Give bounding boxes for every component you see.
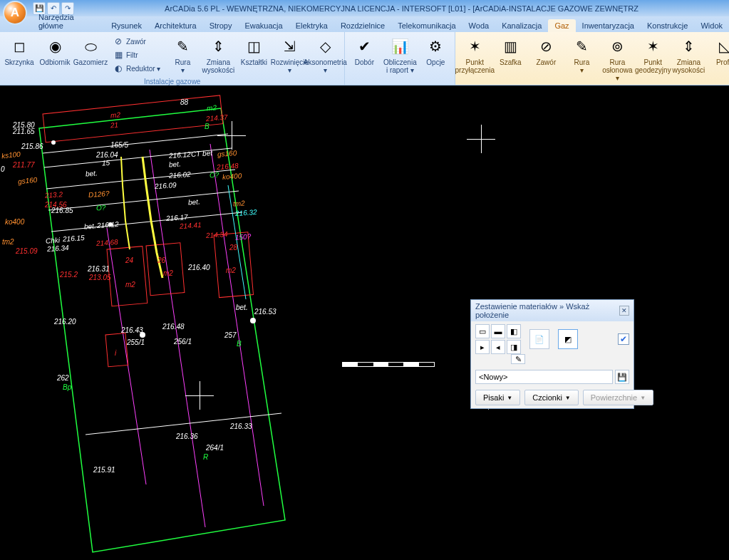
tool-icon[interactable]: ◩ [558,329,578,349]
ribbon-rozwinięcie--button[interactable]: ⇲Rozwinięcie▾ [272,33,306,76]
svg-line-6 [46,170,235,189]
tool-icon[interactable]: ◂ [491,340,505,354]
tab-woda[interactable]: Woda [462,19,496,32]
group-title [345,83,455,85]
tab-rozdzielnice[interactable]: Rozdzielnice [334,19,391,32]
ribbon-icon: ▥ [499,35,522,58]
tool-icon[interactable]: ✎ [511,354,525,364]
ribbon-reduktor--button[interactable]: ◐Reduktor ▾ [110,62,162,75]
ribbon-skrzynka-button[interactable]: ◻Skrzynka [2,33,36,68]
ribbon-icon: ◇ [314,35,336,58]
ribbon-icon: ◻ [8,35,31,58]
tool-icon[interactable]: 📄 [529,329,549,349]
svg-rect-13 [214,232,253,298]
tab-gaz[interactable]: Gaz [548,19,575,32]
ribbon-gazomierz-button[interactable]: ⬭Gazomierz [73,33,108,68]
save-preset-icon[interactable]: 💾 [615,370,629,384]
preset-combo[interactable]: <Nowy> [475,370,613,384]
ribbon-punkt-przyłączenia-button[interactable]: ✶Punktprzyłączenia [457,33,492,76]
tab-architektura[interactable]: Architektura [148,19,203,32]
ribbon-label: Szafka [500,58,522,66]
ribbon-label: Opcje [426,58,445,66]
drawing-canvas[interactable]: 88m2214.37m221B215.80211.65215.86165/521… [0,85,729,560]
ribbon-rura--button[interactable]: ✎Rura▾ [165,33,200,76]
ribbon-icon: ◺ [713,35,729,58]
ribbon-icon: ⇕ [207,35,229,58]
ribbon-label: Dobór [355,58,374,66]
ribbon-zawór-button[interactable]: ⊘Zawór [110,35,162,48]
svg-line-1 [150,150,205,527]
svg-line-4 [43,134,228,153]
svg-marker-0 [39,108,285,552]
tab-inwentaryzacja[interactable]: Inwentaryzacja [576,19,641,32]
panel-title[interactable]: Zestawienie materiałów » Wskaż położenie… [471,300,634,321]
svg-line-7 [48,191,239,210]
fonts-button[interactable]: Czcionki▼ [524,390,579,405]
ribbon-opcje-button[interactable]: ⚙Opcje [418,33,453,68]
ribbon: ◻Skrzynka◉Odbiornik⬭Gazomierz⊘Zawór▦Filt… [0,32,729,85]
svg-rect-12 [146,243,185,296]
ribbon-tabstrip: Narzędzia główneRysunekArchitekturaStrop… [0,16,729,32]
ribbon-icon: 📊 [388,35,411,58]
ribbon-label: Zawór [536,58,556,66]
ribbon-group-instalacje-gazowe: ◻Skrzynka◉Odbiornik⬭Gazomierz⊘Zawór▦Filt… [0,32,345,85]
tab-konstrukcje[interactable]: Konstrukcje [641,19,694,32]
ribbon-label: Obliczeniai raport ▾ [383,58,417,74]
ribbon-punkt-geodezyjny-button[interactable]: ✶Punktgeodezyjny [636,33,670,76]
ribbon-odbiornik-button[interactable]: ◉Odbiornik [38,33,72,68]
title-bar: A 💾 ↶ ↷ ArCADia 5.6 PL - WEWNĘTRZNA, NIE… [0,0,729,16]
ribbon-kształtki-button[interactable]: ◫Kształtki [237,33,271,68]
tool-icon[interactable]: ▭ [475,324,490,338]
app-menu-orb[interactable]: A [3,1,27,25]
tab-elektryka[interactable]: Elektryka [289,19,334,32]
ribbon-profil-button[interactable]: ◺Profil [707,33,729,68]
ribbon-obliczenia-i-raport--button[interactable]: 📊Obliczeniai raport ▾ [383,33,417,76]
tab-narzędzia-główne[interactable]: Narzędzia główne [32,11,105,32]
ribbon-label: Zawór [126,38,146,46]
surfaces-button[interactable]: Powierzchnie▼ [583,390,653,405]
svg-rect-14 [105,333,128,367]
svg-line-8 [51,212,242,232]
pens-button[interactable]: Pisaki▼ [475,390,520,405]
ribbon-icon: ◫ [242,35,265,58]
ribbon-zawór-button[interactable]: ⊘Zawór [529,33,563,68]
ribbon-group-tools: ✔Dobór📊Obliczeniai raport ▾⚙Opcje [345,32,455,85]
ribbon-icon: ⊚ [606,35,629,58]
ribbon-icon: ⊘ [534,35,557,58]
tool-icon[interactable]: ▸ [475,340,490,354]
tool-icon[interactable]: ▬ [491,324,505,338]
tab-ewakuacja[interactable]: Ewakuacja [238,19,289,32]
ribbon-icon: ✶ [641,35,664,58]
ribbon-label: Zmianawysokości [673,58,705,74]
ribbon-label: Zmianawysokości [202,58,235,74]
ribbon-icon: ✶ [463,35,486,58]
svg-point-18 [51,140,56,145]
tab-widok[interactable]: Widok [694,19,729,32]
ribbon-szafka-button[interactable]: ▥Szafka [493,33,527,68]
ribbon-icon: ◉ [43,35,66,58]
ribbon-icon: ✔ [353,35,376,58]
close-icon[interactable]: ✕ [619,306,629,316]
ribbon-label: Ruraosłonowa ▾ [601,58,633,82]
tool-icon[interactable]: ◧ [507,324,521,338]
ribbon-dobór-button[interactable]: ✔Dobór [347,33,381,68]
ribbon-icon: ⬭ [79,35,102,58]
ribbon-filtr-button[interactable]: ▦Filtr [110,48,162,61]
tab-stropy[interactable]: Stropy [203,19,239,32]
ribbon-label: Aksonometria▾ [304,58,347,74]
ribbon-zmiana-wysokości-button[interactable]: ⇕Zmianawysokości [201,33,235,76]
checkbox[interactable]: ✔ [618,333,629,345]
ribbon-icon: ⊘ [113,36,124,47]
tab-rysunek[interactable]: Rysunek [105,19,148,32]
ribbon-group-instalacje-gazowe-zewnetrzne: ✶Punktprzyłączenia▥Szafka⊘Zawór✎Rura▾⊚Ru… [455,32,729,85]
svg-line-9 [86,413,281,435]
materials-panel[interactable]: Zestawienie materiałów » Wskaż położenie… [470,299,634,409]
tool-icon[interactable]: ◨ [507,340,521,354]
ribbon-zmiana-wysokości-button[interactable]: ⇕Zmianawysokości [671,33,705,76]
ribbon-aksonometria--button[interactable]: ◇Aksonometria▾ [308,33,342,76]
ribbon-rura--button[interactable]: ✎Rura▾ [564,33,599,76]
tab-telekomunikacja[interactable]: Telekomunikacja [391,19,462,32]
ribbon-rura-osłonowa--button[interactable]: ⊚Ruraosłonowa ▾ [600,33,634,83]
tab-kanalizacja[interactable]: Kanalizacja [495,19,548,32]
window-title: ArCADia 5.6 PL - WEWNĘTRZNA, NIEKOMERCYJ… [74,4,729,13]
